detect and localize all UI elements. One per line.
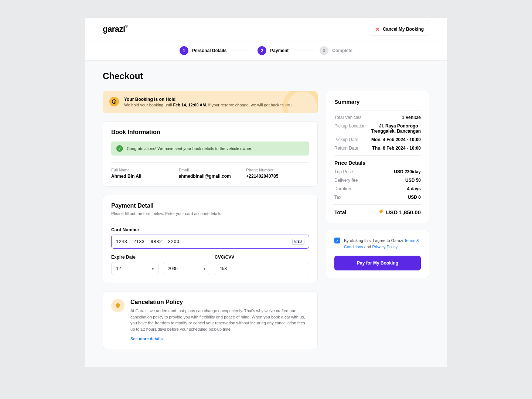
check-icon: ✓ xyxy=(116,145,123,152)
see-more-details-link[interactable]: See more details xyxy=(130,337,163,341)
total-row: Total USD 1,850.00 xyxy=(334,209,421,215)
expire-year-value: 2030 xyxy=(168,266,178,271)
alert-title: Your Booking is on Hold xyxy=(124,97,293,102)
expire-month-select[interactable]: 12 ▾ xyxy=(111,262,158,275)
expire-month-group: Expire Date 12 ▾ xyxy=(111,255,158,275)
cancel-text: At Garazi, we understand that plans can … xyxy=(130,308,309,332)
summary-row-pickup-location: Pickup Location Jl. Raya Ponorogo - Tren… xyxy=(334,123,421,134)
visa-badge-icon: VISA xyxy=(292,239,304,245)
agree-row: ✓ By clicking this, I agree to Garazi Te… xyxy=(334,238,421,250)
summary-row-pickup-date: Pickup Date Mon, 4 Feb 2024 - 10:00 xyxy=(334,137,421,142)
phone-field: Phone Number +221402040785 xyxy=(246,168,309,179)
cancellation-policy-card: Cancelation Policy At Garazi, we underst… xyxy=(103,291,318,349)
success-banner: ✓ Congratulations! We have sent your boo… xyxy=(111,141,309,156)
step-connector xyxy=(232,51,252,51)
info-grid: Full Name Ahmed Bin Ali Email ahmedbinal… xyxy=(111,168,309,179)
svg-point-3 xyxy=(382,210,383,211)
content: Checkout Your Booking is on Hold We hold… xyxy=(85,61,447,367)
payment-heading: Payment Detail xyxy=(111,202,309,209)
expire-cvc-row: Expire Date 12 ▾ 2030 ▾ xyxy=(111,255,309,275)
chevron-down-icon: ▾ xyxy=(204,267,205,271)
divider xyxy=(334,110,421,110)
left-column: Your Booking is on Hold We hold your boo… xyxy=(103,91,318,349)
payment-subtext: Please fill out the form below. Enter yo… xyxy=(111,211,309,216)
step-payment[interactable]: 2 Payment xyxy=(258,46,289,55)
expire-year-select[interactable]: 2030 ▾ xyxy=(163,262,210,275)
payment-detail-card: Payment Detail Please fill out the form … xyxy=(103,195,318,283)
brand-mark: ® xyxy=(125,24,128,28)
agree-text: By clicking this, I agree to Garazi Term… xyxy=(344,238,421,250)
price-row-tax: Tax USD 0 xyxy=(334,195,421,200)
summary-row-total-vehicles: Total Vehicles 1 Vehicle xyxy=(334,115,421,120)
agree-checkbox[interactable]: ✓ xyxy=(334,238,340,243)
expire-month-value: 12 xyxy=(116,266,121,271)
price-row-duration: Duration 4 days xyxy=(334,186,421,191)
cancel-heading: Cancelation Policy xyxy=(130,299,309,306)
pay-button[interactable]: Pay for My Booking xyxy=(334,256,421,270)
cvc-input[interactable]: 453 xyxy=(215,262,309,275)
alert-body: We hold your booking until Feb 14, 12:00… xyxy=(124,103,293,107)
card-number-label: Card Number xyxy=(111,227,309,232)
info-icon xyxy=(109,97,119,106)
step-label: Complete xyxy=(332,48,352,53)
brand-logo: garazi® xyxy=(103,24,127,34)
cancel-booking-label: Cancel My Booking xyxy=(383,27,424,32)
divider xyxy=(111,222,309,222)
summary-card: Summary Total Vehicles 1 Vehicle Pickup … xyxy=(326,91,429,223)
total-label: Total xyxy=(334,209,346,215)
app-frame: garazi® ✕ Cancel My Booking 1 Personal D… xyxy=(85,18,447,367)
summary-row-return-date: Return Date Thu, 8 Feb 2024 - 10:00 xyxy=(334,146,421,151)
close-icon: ✕ xyxy=(375,27,380,32)
expire-year-group: 2030 ▾ xyxy=(163,255,210,275)
booking-hold-alert: Your Booking is on Hold We hold your boo… xyxy=(103,91,318,113)
cvc-label: CVC/CVV xyxy=(215,255,309,260)
book-information-card: Book Information ✓ Congratulations! We h… xyxy=(103,121,318,187)
chevron-down-icon: ▾ xyxy=(152,267,154,271)
stepper: 1 Personal Details 2 Payment 3 Complete xyxy=(85,41,447,61)
email-value: ahmedbinali@gmail.com xyxy=(179,174,242,179)
step-personal-details[interactable]: 1 Personal Details xyxy=(180,46,226,55)
shield-icon xyxy=(111,299,125,312)
page-title: Checkout xyxy=(103,71,429,81)
cancel-body: Cancelation Policy At Garazi, we underst… xyxy=(130,299,309,341)
divider xyxy=(334,155,421,156)
full-name-label: Full Name xyxy=(111,168,174,172)
brand-name: garazi xyxy=(103,24,125,34)
email-label: Email xyxy=(179,168,242,172)
success-message: Congratulations! We have sent your book … xyxy=(127,146,252,151)
full-name-value: Ahmed Bin Ali xyxy=(111,174,174,179)
phone-label: Phone Number xyxy=(246,168,309,172)
agree-pay-card: ✓ By clicking this, I agree to Garazi Te… xyxy=(326,230,429,278)
cancel-booking-button[interactable]: ✕ Cancel My Booking xyxy=(370,23,429,35)
phone-value: +221402040785 xyxy=(246,174,309,179)
privacy-link[interactable]: Privacy Policy xyxy=(372,245,397,249)
price-details-heading: Price Details xyxy=(334,160,421,166)
alert-text: Your Booking is on Hold We hold your boo… xyxy=(124,97,293,107)
step-number: 2 xyxy=(258,46,266,55)
price-tag-icon xyxy=(379,209,384,215)
svg-point-2 xyxy=(114,102,115,103)
email-field: Email ahmedbinali@gmail.com xyxy=(179,168,242,179)
step-label: Personal Details xyxy=(192,48,226,53)
price-row-trip: Trip Price USD 230/day xyxy=(334,169,421,174)
step-number: 3 xyxy=(320,46,328,55)
cvc-value: 453 xyxy=(219,266,227,271)
total-value: USD 1,850.00 xyxy=(379,209,421,215)
price-row-delivery: Delivery fee USD 50 xyxy=(334,178,421,183)
summary-heading: Summary xyxy=(334,99,421,105)
header: garazi® ✕ Cancel My Booking xyxy=(85,18,447,41)
card-number-value: 1243 _ 2133 _ 9832 _ 3200 xyxy=(116,239,180,244)
divider xyxy=(334,204,421,205)
full-name-field: Full Name Ahmed Bin Ali xyxy=(111,168,174,179)
step-number: 1 xyxy=(180,46,188,55)
book-info-heading: Book Information xyxy=(111,129,309,136)
expire-date-label: Expire Date xyxy=(111,255,158,260)
right-column: Summary Total Vehicles 1 Vehicle Pickup … xyxy=(326,91,429,349)
divider xyxy=(111,162,309,163)
cvc-group: CVC/CVV 453 xyxy=(215,255,309,275)
spacer-label xyxy=(163,255,210,260)
step-label: Payment xyxy=(270,48,289,53)
card-number-input[interactable]: 1243 _ 2133 _ 9832 _ 3200 VISA xyxy=(111,235,309,249)
step-connector xyxy=(294,51,314,51)
step-complete: 3 Complete xyxy=(320,46,352,55)
